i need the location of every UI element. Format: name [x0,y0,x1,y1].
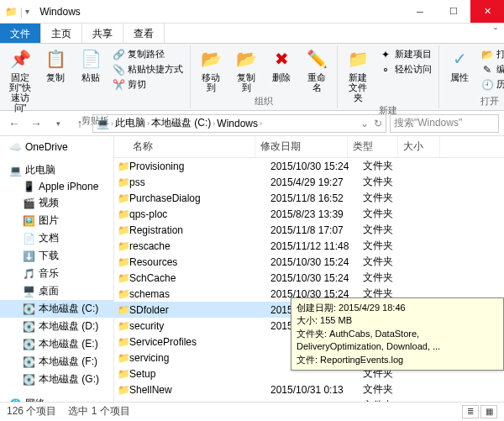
file-row[interactable]: 📁qps-ploc2015/8/23 13:39文件夹 [114,206,504,222]
file-date: 2015/10/30 15:24 [270,400,363,403]
col-name[interactable]: 名称 [114,136,255,157]
move-to-button[interactable]: 📂移动到 [194,45,228,94]
drive-icon: 💽 [22,321,35,333]
file-row[interactable]: 📁Registration2015/11/8 17:07文件夹 [114,222,504,238]
drive-icon: 💽 [22,303,35,315]
tree-drive-g[interactable]: 💽本地磁盘 (G:) [0,371,113,388]
tree-pictures[interactable]: 🖼️图片 [0,212,113,229]
file-row[interactable]: 📁Provisioning2015/10/30 15:24文件夹 [114,158,504,174]
file-name: security [129,320,270,332]
col-type[interactable]: 类型 [348,136,398,157]
rename-button[interactable]: ✏️重命名 [300,45,333,94]
folder-icon: 📁 [114,336,129,348]
group-open-label: 打开 [443,95,504,108]
file-name: PurchaseDialog [129,192,270,204]
file-name: schemas [129,288,270,300]
new-folder-button[interactable]: 📁新建 文件夹 [341,45,375,104]
new-item-button[interactable]: ✦新建项目 [378,47,433,61]
tree-onedrive[interactable]: ☁️OneDrive [0,139,113,155]
file-name: ShellNew [129,384,270,396]
tree-documents[interactable]: 📄文档 [0,229,113,247]
file-row[interactable]: 📁rescache2015/11/12 11:48文件夹 [114,238,504,254]
copy-button[interactable]: 📋复制 [39,45,72,84]
file-type: 文件夹 [363,207,413,221]
file-row[interactable]: 📁Resources2015/10/30 15:24文件夹 [114,254,504,270]
cut-button[interactable]: ✂️剪切 [111,77,185,92]
crumb-pc[interactable]: 此电脑 [115,116,145,130]
file-row[interactable]: 📁PurchaseDialog2015/11/8 16:52文件夹 [114,190,504,206]
file-type: 文件夹 [363,271,413,285]
tab-home[interactable]: 主页 [41,24,82,43]
copy-path-button[interactable]: 🔗复制路径 [111,47,185,61]
tree-drive-d[interactable]: 💽本地磁盘 (D:) [0,318,113,335]
maximize-button[interactable]: ☐ [437,0,470,23]
file-row[interactable]: 📁ShellNew2015/10/31 0:13文件夹 [114,382,504,397]
refresh-button[interactable]: ↻ [374,118,382,129]
qat-divider: | [20,6,23,18]
paste-button[interactable]: 📄粘贴 [74,45,108,84]
address-bar[interactable]: 💻 › 此电脑 › 本地磁盘 (C:) › Windows › ⌄ ↻ [92,114,386,133]
tab-share[interactable]: 共享 [82,24,123,43]
file-date: 2015/10/31 0:13 [270,384,363,396]
minimize-button[interactable]: ─ [403,0,437,23]
history-button[interactable]: 🕘历史记录 [480,77,504,92]
col-size[interactable]: 大小 [398,136,440,157]
up-button[interactable]: ↑ [71,114,89,133]
tree-drive-e[interactable]: 💽本地磁盘 (E:) [0,335,113,353]
file-name: Provisioning [129,161,270,172]
copy-to-button[interactable]: 📂复制到 [229,45,263,94]
file-type: 文件夹 [363,159,413,173]
tree-videos[interactable]: 🎬视频 [0,194,113,212]
open-button[interactable]: 📂打开 [480,47,504,61]
desktop-icon: 🖥️ [22,286,35,297]
file-name: pss [129,176,270,188]
pin-button[interactable]: 📌固定到"快 速访问" [3,45,37,114]
selected-count: 选中 1 个项目 [68,404,129,418]
file-date: 2015/10/30 15:24 [270,161,363,172]
ribbon-collapse-button[interactable]: ˇ [487,24,504,43]
tree-music[interactable]: 🎵音乐 [0,265,113,282]
delete-button[interactable]: ✖删除 [265,45,298,84]
view-icons-button[interactable]: ▦ [480,405,497,418]
tree-thispc[interactable]: 💻此电脑 [0,161,113,179]
properties-button[interactable]: ✓属性 [443,45,476,84]
file-type: 文件夹 [363,239,413,253]
close-button[interactable]: ✕ [470,0,504,23]
crumb-drive[interactable]: 本地磁盘 (C:) [151,116,211,130]
file-row[interactable]: 📁pss2015/4/29 19:27文件夹 [114,174,504,190]
folder-icon: 📁 [114,288,129,300]
file-type: 文件夹 [363,223,413,237]
paste-shortcut-button[interactable]: 📎粘贴快捷方式 [111,62,185,76]
back-button[interactable]: ← [5,114,24,133]
forward-button[interactable]: → [27,114,45,133]
search-box[interactable]: 搜索"Windows" [390,114,499,133]
tree-apple[interactable]: 📱Apple iPhone [0,179,113,194]
col-date[interactable]: 修改日期 [255,136,348,157]
file-type: 文件夹 [363,175,413,189]
view-details-button[interactable]: ≣ [462,405,479,418]
easy-access-button[interactable]: ⚬轻松访问 [378,62,433,76]
folder-icon: 📁 [114,272,129,284]
edit-button[interactable]: ✎编辑 [480,62,504,76]
tree-drive-f[interactable]: 💽本地磁盘 (F:) [0,353,113,371]
address-dropdown[interactable]: ⌄ [360,118,369,129]
tree-downloads[interactable]: ⬇️下载 [0,247,113,265]
tree-network[interactable]: 🌐网络 [0,395,113,402]
file-date: 2015/11/12 11:48 [270,240,363,252]
file-date: 2015/11/8 16:52 [270,192,363,204]
file-name: SDfolder [129,304,270,316]
tab-view[interactable]: 查看 [123,24,165,43]
crumb-folder[interactable]: Windows [217,118,258,129]
tooltip-line: 创建日期: 2015/4/29 18:46 [297,302,498,314]
file-type: 文件夹 [363,191,413,205]
file-row[interactable]: 📁SchCache2015/10/30 15:24文件夹 [114,270,504,286]
tab-file[interactable]: 文件 [0,24,41,43]
recent-button[interactable]: ▾ [49,114,67,133]
tree-desktop[interactable]: 🖥️桌面 [0,282,113,300]
cloud-icon: ☁️ [8,141,22,153]
file-row[interactable]: 📁SKB2015/10/30 15:24文件夹 [114,397,504,402]
qat-item[interactable]: ▾ [25,7,29,16]
tooltip-line: 大小: 155 MB [297,314,498,327]
file-name: SchCache [129,272,270,284]
tree-drive-c[interactable]: 💽本地磁盘 (C:) [0,300,113,318]
